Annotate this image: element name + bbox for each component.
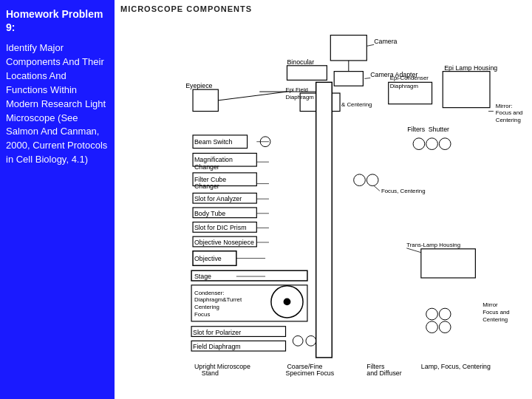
svg-rect-10	[193, 89, 218, 111]
svg-rect-19	[443, 72, 490, 108]
svg-text:Body Tube: Body Tube	[194, 210, 225, 217]
svg-text:and Diffuser: and Diffuser	[366, 369, 401, 377]
svg-text:Filters: Filters	[407, 126, 426, 133]
diagram-title: MICROSCOPE COMPONENTS	[120, 4, 526, 13]
microscope-diagram: Camera Camera Adapter Binocular Eyepiece…	[120, 16, 526, 395]
svg-point-63	[306, 335, 316, 346]
svg-text:Centering: Centering	[194, 304, 219, 310]
svg-text:Changer: Changer	[194, 183, 219, 190]
svg-text:Beam Switch: Beam Switch	[194, 138, 233, 146]
svg-text:Slot for Analyzer: Slot for Analyzer	[194, 195, 242, 202]
sidebar-title: Homework Problem 9:	[6, 7, 109, 34]
svg-text:Stand: Stand	[202, 369, 219, 377]
svg-point-71	[426, 308, 438, 320]
svg-rect-82	[316, 82, 332, 358]
svg-text:Specimen Focus: Specimen Focus	[286, 369, 335, 377]
sidebar: Homework Problem 9: Identify Major Compo…	[0, 0, 115, 399]
svg-text:Objective Nosepiece: Objective Nosepiece	[194, 239, 254, 246]
svg-text:Focus and: Focus and	[482, 309, 510, 316]
svg-text:Binocular: Binocular	[287, 58, 314, 66]
svg-text:Focus and: Focus and	[496, 109, 523, 116]
svg-text:Epi-Condenser: Epi-Condenser	[390, 75, 429, 81]
svg-text:Focus: Focus	[194, 311, 210, 318]
svg-text:Slot for DIC Prism: Slot for DIC Prism	[194, 224, 247, 231]
svg-point-72	[439, 308, 451, 320]
svg-text:Epi Lamp Housing: Epi Lamp Housing	[444, 64, 497, 72]
svg-text:Filter Cube: Filter Cube	[194, 176, 226, 183]
svg-text:Mirror: Mirror	[482, 301, 498, 308]
svg-point-85	[366, 174, 378, 186]
svg-text:Mirror:: Mirror:	[496, 103, 513, 109]
svg-text:Objective: Objective	[194, 255, 222, 262]
svg-point-57	[284, 298, 291, 305]
svg-point-73	[426, 321, 438, 333]
svg-text:Eyepiece: Eyepiece	[185, 82, 212, 89]
svg-point-84	[354, 174, 366, 186]
svg-text:Magnification: Magnification	[194, 156, 233, 163]
svg-point-27	[413, 138, 425, 150]
svg-point-29	[439, 138, 451, 150]
sidebar-body: Identify Major Components And Their Loca…	[6, 41, 109, 167]
svg-text:Upright Microscope: Upright Microscope	[194, 363, 250, 370]
svg-text:Centering: Centering	[496, 117, 521, 123]
svg-text:Coarse/Fine: Coarse/Fine	[287, 363, 322, 370]
diagram-container: Camera Camera Adapter Binocular Eyepiece…	[120, 16, 526, 395]
svg-text:Camera: Camera	[374, 38, 397, 45]
svg-text:Stage: Stage	[194, 273, 211, 280]
svg-text:Lamp, Focus, Centering: Lamp, Focus, Centering	[421, 363, 491, 370]
svg-text:Slot for Polarizer: Slot for Polarizer	[193, 329, 241, 336]
svg-text:Diaphragm: Diaphragm	[390, 83, 418, 89]
svg-text:Diaphragm: Diaphragm	[286, 94, 314, 100]
svg-rect-65	[421, 249, 476, 278]
svg-point-28	[426, 138, 438, 150]
svg-text:Filters: Filters	[366, 363, 385, 370]
main-content: MICROSCOPE COMPONENTS Camera Camera Adap…	[115, 0, 532, 399]
svg-text:& Centering: & Centering	[341, 101, 372, 108]
svg-rect-1	[330, 35, 366, 61]
svg-text:Centering: Centering	[482, 316, 508, 323]
svg-text:Shutter: Shutter	[429, 126, 449, 133]
svg-text:Changer: Changer	[194, 163, 219, 171]
svg-rect-8	[287, 66, 327, 81]
svg-point-74	[439, 321, 451, 333]
svg-text:Epi Field: Epi Field	[286, 86, 308, 93]
svg-point-62	[293, 335, 303, 346]
svg-text:Field Diaphragm: Field Diaphragm	[193, 343, 241, 350]
svg-text:Focus, Centering: Focus, Centering	[381, 188, 426, 194]
svg-text:Trans-Lamp Housing: Trans-Lamp Housing	[406, 242, 460, 248]
svg-text:Diaphragm&Turret: Diaphragm&Turret	[194, 296, 242, 303]
svg-rect-5	[334, 72, 363, 86]
svg-text:Condenser:: Condenser:	[194, 290, 224, 296]
